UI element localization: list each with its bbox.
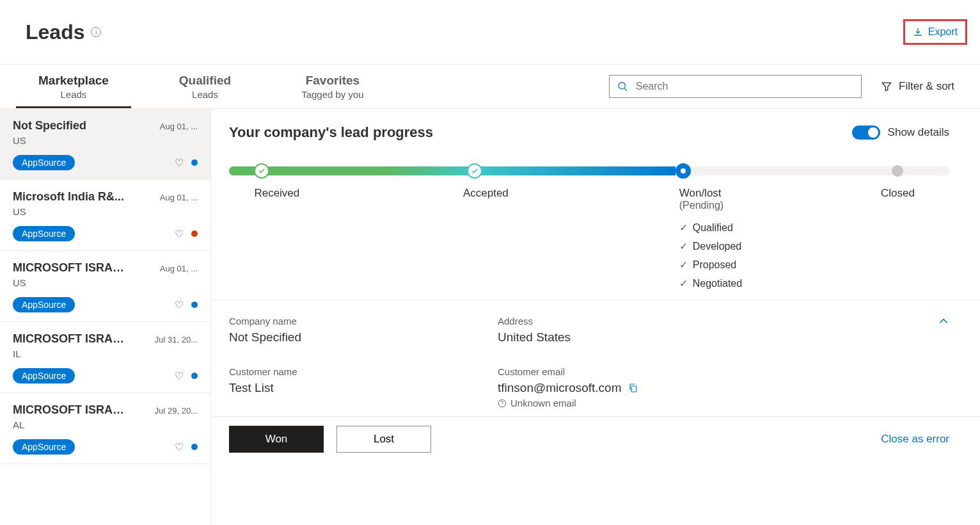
svg-rect-1	[631, 386, 636, 392]
check-icon: ✓	[679, 240, 688, 252]
substatus-label: Qualified	[693, 222, 733, 234]
company-value: Not Specified	[229, 330, 498, 344]
list-item[interactable]: MICROSOFT ISRAE... Aug 01, ... US AppSou…	[0, 251, 210, 322]
heart-icon[interactable]: ♡	[175, 228, 184, 240]
list-item-location: AL	[13, 419, 198, 430]
tab-subtitle: Leads	[38, 89, 109, 100]
list-item-date: Aug 01, ...	[160, 264, 198, 273]
search-icon	[617, 81, 628, 92]
status-dot	[191, 230, 198, 237]
list-item-date: Aug 01, ...	[160, 193, 198, 202]
substatus-row: ✓Negotiated	[679, 277, 881, 289]
list-item-location: IL	[13, 348, 198, 359]
show-details-toggle-wrap: Show details	[852, 125, 949, 140]
step-label-wonlost: Won/lost	[679, 187, 881, 200]
progress-fill	[229, 166, 676, 175]
tab-marketplace[interactable]: Marketplace Leads	[16, 65, 131, 108]
source-pill: AppSource	[13, 155, 75, 170]
list-item[interactable]: MICROSOFT ISRAE... Jul 29, 20... AL AppS…	[0, 393, 210, 464]
detail-pane: Your company's lead progress Show detail…	[211, 109, 980, 525]
list-item-name: MICROSOFT ISRAE...	[13, 261, 128, 275]
substatus-checks: ✓Qualified✓Developed✓Proposed✓Negotiated	[679, 222, 881, 289]
field-email: Customer email tfinson@microsoft.com Unk…	[498, 366, 924, 408]
step-labels: Received Accepted Won/lost (Pending) ✓Qu…	[229, 187, 949, 289]
email-value: tfinson@microsoft.com	[498, 381, 622, 395]
heart-icon[interactable]: ♡	[175, 441, 184, 453]
heart-icon[interactable]: ♡	[175, 299, 184, 311]
status-dot	[191, 444, 198, 450]
won-button[interactable]: Won	[229, 426, 324, 453]
detail-header: Your company's lead progress Show detail…	[229, 124, 949, 141]
address-label: Address	[498, 316, 924, 327]
substatus-row: ✓Qualified	[679, 222, 881, 234]
tab-qualified[interactable]: Qualified Leads	[157, 65, 253, 108]
check-icon: ✓	[679, 277, 688, 289]
list-item[interactable]: Not Specified Aug 01, ... US AppSource ♡	[0, 109, 210, 180]
source-pill: AppSource	[13, 368, 75, 384]
field-address: Address United States	[498, 316, 924, 344]
list-item-date: Aug 01, ...	[160, 122, 198, 131]
close-as-error-link[interactable]: Close as error	[881, 433, 949, 446]
tab-favorites[interactable]: Favorites Tagged by you	[279, 65, 386, 108]
svg-point-0	[619, 83, 625, 89]
substatus-row: ✓Developed	[679, 240, 881, 252]
heart-icon[interactable]: ♡	[175, 370, 184, 382]
list-item-name: MICROSOFT ISRAE...	[13, 403, 128, 417]
tabs: Marketplace Leads Qualified Leads Favori…	[16, 65, 386, 108]
email-label: Customer email	[498, 366, 924, 377]
check-icon: ✓	[679, 259, 688, 271]
unknown-email-text: Unknown email	[510, 398, 576, 408]
status-dot	[191, 302, 198, 308]
search-box[interactable]	[609, 75, 862, 98]
company-label: Company name	[229, 316, 498, 327]
heart-icon[interactable]: ♡	[175, 157, 184, 169]
copy-icon[interactable]	[628, 383, 638, 393]
body: Not Specified Aug 01, ... US AppSource ♡…	[0, 109, 980, 525]
progress-track	[229, 166, 949, 175]
unknown-email: Unknown email	[498, 398, 924, 408]
lead-list[interactable]: Not Specified Aug 01, ... US AppSource ♡…	[0, 109, 211, 525]
status-dot	[191, 373, 198, 379]
email-value-wrap: tfinson@microsoft.com	[498, 381, 924, 395]
list-item-date: Jul 29, 20...	[155, 406, 198, 416]
download-icon	[913, 27, 923, 37]
filter-sort-label: Filter & sort	[899, 80, 954, 93]
export-button[interactable]: Export	[903, 19, 967, 45]
title-wrap: Leads i	[26, 20, 101, 44]
step-label-accepted: Accepted	[463, 187, 679, 289]
filter-sort-button[interactable]: Filter & sort	[881, 80, 954, 93]
step-dot-wonlost	[676, 163, 691, 179]
customer-label: Customer name	[229, 366, 498, 377]
list-item[interactable]: Microsoft India R&... Aug 01, ... US App…	[0, 180, 210, 251]
step-label-pending: (Pending)	[679, 200, 881, 211]
page-title: Leads	[26, 20, 84, 44]
list-item-location: US	[13, 135, 198, 146]
substatus-row: ✓Proposed	[679, 259, 881, 271]
list-item-location: US	[13, 277, 198, 288]
page-header: Leads i Export	[0, 0, 980, 64]
list-item-name: Not Specified	[13, 119, 86, 133]
customer-value: Test List	[229, 381, 498, 395]
step-dot-accepted	[467, 163, 482, 179]
substatus-label: Developed	[693, 241, 742, 252]
info-icon[interactable]: i	[91, 27, 101, 37]
list-item[interactable]: MICROSOFT ISRAE... Jul 31, 20... IL AppS…	[0, 322, 210, 393]
substatus-label: Proposed	[693, 259, 737, 271]
progress-bar: Received Accepted Won/lost (Pending) ✓Qu…	[229, 166, 949, 289]
tab-title: Favorites	[301, 74, 364, 88]
field-company: Company name Not Specified	[229, 316, 498, 344]
list-item-name: MICROSOFT ISRAE...	[13, 332, 128, 346]
source-pill: AppSource	[13, 297, 75, 312]
tab-row: Marketplace Leads Qualified Leads Favori…	[0, 64, 980, 109]
detail-fields: Company name Not Specified Address Unite…	[211, 300, 980, 416]
filter-icon	[881, 81, 892, 92]
question-icon	[498, 399, 507, 408]
chevron-up-icon[interactable]	[938, 316, 949, 327]
tab-title: Qualified	[179, 74, 231, 88]
check-icon: ✓	[679, 222, 688, 234]
progress-title: Your company's lead progress	[229, 124, 433, 141]
search-input[interactable]	[636, 81, 853, 92]
tab-subtitle: Leads	[179, 89, 231, 100]
show-details-toggle[interactable]	[852, 125, 880, 140]
lost-button[interactable]: Lost	[336, 426, 431, 453]
